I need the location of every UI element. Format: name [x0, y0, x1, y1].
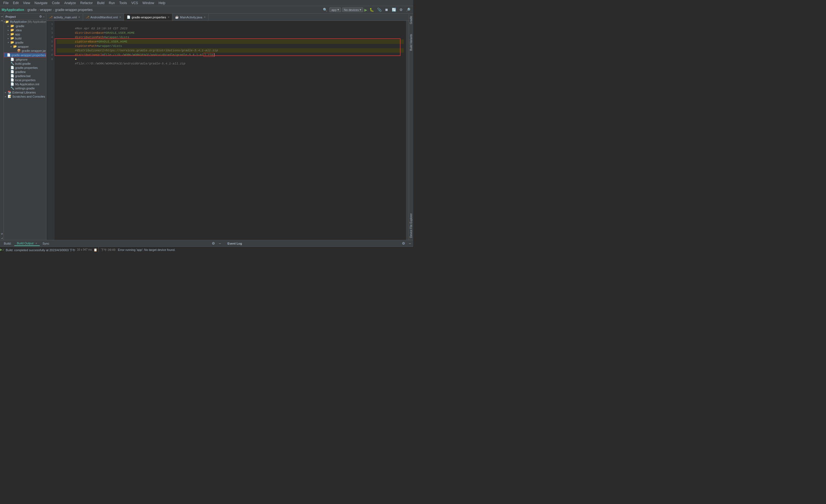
- tree-item-wrapper-jar[interactable]: 📦 gradle-wrapper.jar: [4, 49, 46, 53]
- code-val-5: wrapper/dists: [99, 45, 122, 48]
- sidebar-tab-build-variants[interactable]: Build Variants: [409, 32, 413, 53]
- tree-item-dotgradle[interactable]: ▸ 📂 .gradle: [4, 24, 46, 28]
- bottom-tab-build-output[interactable]: Build Output ×: [14, 241, 40, 246]
- tab-mainactivity-java[interactable]: ☕ MainActivity.java ×: [172, 14, 209, 20]
- code-val-7: file:///D:/WORK/WORKSPACE/androidGradle/…: [104, 53, 203, 57]
- tab-close-build-output[interactable]: ×: [36, 242, 37, 245]
- line-num-3: 3: [46, 31, 53, 35]
- menu-edit[interactable]: Edit: [11, 1, 21, 5]
- tree-item-gradlew[interactable]: 📄 gradlew: [4, 70, 46, 74]
- breadcrumb-app[interactable]: MyApplication: [2, 8, 24, 12]
- menu-code[interactable]: Code: [50, 1, 62, 5]
- event-log-minimize-btn[interactable]: –: [408, 241, 412, 246]
- tab-close-mainactivity[interactable]: ×: [204, 16, 205, 19]
- menu-file[interactable]: File: [1, 1, 11, 5]
- run-button[interactable]: ▶: [364, 8, 367, 12]
- menu-build[interactable]: Build: [95, 1, 107, 5]
- panel-settings-btn[interactable]: ⚙: [39, 15, 42, 18]
- menu-refactor[interactable]: Refactor: [78, 1, 95, 5]
- event-log-title: Event Log: [227, 242, 242, 245]
- breadcrumb-file[interactable]: gradle-wrapper.properties: [55, 8, 93, 12]
- tab-label-androidmanifest: AndroidManifest.xml: [91, 16, 118, 19]
- breadcrumb-gradle[interactable]: gradle: [27, 8, 37, 12]
- tree-label-wrapper: wrapper: [18, 45, 29, 48]
- tree-item-ext-libs[interactable]: ▸ 📚 External Libraries: [4, 90, 46, 94]
- settings-btn[interactable]: ⚙: [398, 7, 404, 12]
- tree-item-gitignore[interactable]: 📄 .gitignore: [4, 57, 46, 61]
- tree-label-wrapper-props: gradle-wrapper.properties: [11, 54, 46, 57]
- tree-item-dotidea[interactable]: ▸ 📂 .idea: [4, 28, 46, 32]
- bottom-minimize-btn[interactable]: –: [218, 241, 222, 246]
- tree-label-gradlew-bat: gradlew.bat: [15, 74, 31, 78]
- menu-analyze[interactable]: Analyze: [62, 1, 78, 5]
- folder-icon-app: 📂: [10, 33, 14, 36]
- panel-actions: ⚙ –: [39, 15, 45, 18]
- menu-window[interactable]: Window: [140, 1, 156, 5]
- sidebar-icon-project[interactable]: 1: [0, 15, 4, 18]
- line-num-5: 5: [46, 40, 53, 44]
- event-text-0: Error running 'app': No target device fo…: [118, 248, 176, 251]
- tab-activity-main-xml[interactable]: ⎇ activity_main.xml ×: [46, 14, 83, 20]
- sidebar-tab-gradle[interactable]: Gradle: [409, 14, 413, 26]
- run-config-dropdown[interactable]: app ▾: [330, 7, 341, 12]
- gradle-icon-settings: 🔧: [10, 86, 14, 90]
- menu-tools[interactable]: Tools: [117, 1, 129, 5]
- menu-vcs[interactable]: VCS: [129, 1, 140, 5]
- tab-gradle-wrapper-props[interactable]: 📄 gradle-wrapper.properties ×: [124, 14, 172, 20]
- tree-item-wrapper[interactable]: ▾ 📂 wrapper: [4, 45, 46, 49]
- breadcrumb-wrapper[interactable]: wrapper: [40, 8, 52, 12]
- tree-item-wrapper-props[interactable]: 📄 gradle-wrapper.properties: [4, 53, 46, 57]
- search-everywhere-btn[interactable]: 🔍: [322, 7, 329, 12]
- menu-view[interactable]: View: [21, 1, 33, 5]
- event-log-settings-btn[interactable]: ⚙: [401, 241, 406, 246]
- bottom-content: ▶ ✓ Build: completed successfully at 202…: [0, 247, 413, 252]
- code-comment-1: #Mon Apr 03 19:10:16 CST 2023: [75, 27, 127, 30]
- line-num-6: 6: [46, 44, 53, 48]
- debug-button[interactable]: 🐛: [368, 7, 375, 12]
- menu-run[interactable]: Run: [107, 1, 117, 5]
- sidebar-tab-device-file-explorer[interactable]: Device File Explorer: [409, 211, 413, 240]
- sidebar-icon-layouts[interactable]: L: [0, 236, 4, 240]
- tab-close-activity-main[interactable]: ×: [78, 16, 80, 19]
- tree-item-gradle-folder[interactable]: ▾ 📂 gradle: [4, 40, 46, 45]
- device-dropdown[interactable]: No devices ▾: [342, 7, 363, 12]
- tree-item-app[interactable]: ▸ 📂 app: [4, 32, 46, 36]
- sidebar-icon-favorites[interactable]: 2: [0, 19, 4, 22]
- tree-item-build-gradle[interactable]: 🔧 build.gradle: [4, 61, 46, 66]
- bottom-tab-build-label[interactable]: Build:: [1, 241, 14, 246]
- build-time-0: 16 s 947 ms: [77, 248, 92, 251]
- bottom-settings-btn[interactable]: ⚙: [211, 241, 216, 246]
- code-val-3: wrapper/dists: [106, 36, 129, 39]
- sync-button[interactable]: 🔄: [391, 7, 397, 12]
- output-icon-0[interactable]: 📋: [94, 248, 98, 252]
- tree-item-iml[interactable]: 📄 My Application.iml: [4, 82, 46, 86]
- attach-button[interactable]: 📎: [376, 7, 383, 12]
- folder-icon-wrapper: 📂: [13, 45, 17, 48]
- tab-androidmanifest[interactable]: ⎇ AndroidManifest.xml ×: [83, 14, 124, 20]
- tree-item-settings-gradle[interactable]: 🔧 settings.gradle: [4, 86, 46, 90]
- tree-item-build[interactable]: ▸ 📂 build: [4, 36, 46, 40]
- tab-close-androidmanifest[interactable]: ×: [119, 16, 121, 19]
- file-icon-iml: 📄: [10, 82, 14, 86]
- code-key-5: zipStorePath: [75, 45, 97, 48]
- tab-label-mainactivity: MainActivity.java: [180, 16, 202, 19]
- tree-item-gradlew-bat[interactable]: 📄 gradlew.bat: [4, 74, 46, 78]
- tree-item-scratches[interactable]: ▸ 📝 Scratches and Consoles: [4, 94, 46, 99]
- menu-navigate[interactable]: Navigate: [33, 1, 50, 5]
- bottom-tab-sync[interactable]: Sync: [40, 241, 52, 246]
- editor-scrollbar[interactable]: [406, 21, 409, 240]
- panel-minimize-btn[interactable]: –: [43, 15, 45, 18]
- tab-close-gradle-wrapper[interactable]: ×: [168, 16, 169, 19]
- code-editor[interactable]: #Mon Apr 03 19:10:16 CST 2023 distributi…: [55, 21, 406, 240]
- tree-item-gradle-props[interactable]: 📄 gradle.properties: [4, 66, 46, 70]
- search-btn[interactable]: 🔎: [405, 7, 411, 12]
- tree-label-iml: My Application.iml: [15, 82, 39, 86]
- toolbar: MyApplication › gradle › wrapper › gradl…: [0, 6, 413, 14]
- menu-help[interactable]: Help: [156, 1, 168, 5]
- tree-label-gradle-props: gradle.properties: [15, 66, 38, 69]
- tree-item-root[interactable]: ▾ 📁 MyApplication [My Application]: [4, 20, 46, 24]
- tree-item-local-props[interactable]: 📄 local.properties: [4, 78, 46, 82]
- stop-button[interactable]: ⏹: [384, 7, 390, 12]
- sidebar-icon-structure[interactable]: S: [0, 232, 4, 236]
- tree-arrow-wrapper: ▾: [10, 45, 13, 48]
